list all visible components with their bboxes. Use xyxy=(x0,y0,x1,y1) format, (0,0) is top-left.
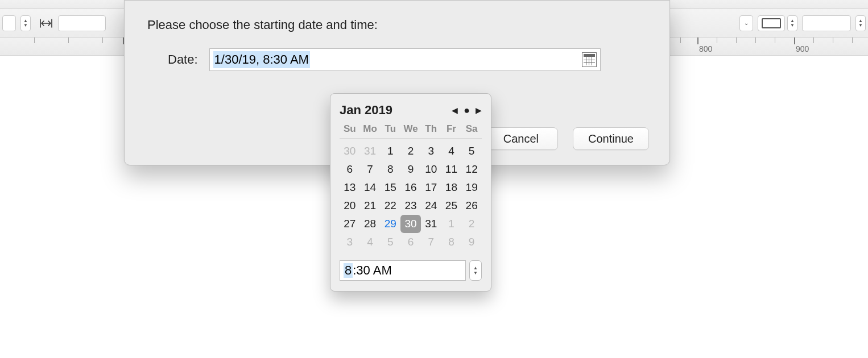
calendar-day[interactable]: 5 xyxy=(380,233,400,251)
time-input[interactable]: 8:30 AM xyxy=(340,260,466,281)
toolbar-stepper-right[interactable]: ▲▼ xyxy=(855,15,866,31)
calendar-month-title: Jan 2019 xyxy=(340,103,392,118)
calendar-day[interactable]: 30 xyxy=(340,142,360,160)
cancel-button[interactable]: Cancel xyxy=(484,127,558,150)
calendar-day[interactable]: 2 xyxy=(461,215,482,233)
calendar-day[interactable]: 15 xyxy=(380,178,400,197)
calendar-day[interactable]: 19 xyxy=(461,178,482,197)
calendar-day[interactable]: 9 xyxy=(400,160,421,178)
calendar-day[interactable]: 29 xyxy=(380,215,400,233)
calendar-today-icon[interactable]: ● xyxy=(464,106,470,114)
calendar-day[interactable]: 16 xyxy=(400,178,421,197)
time-hour-selected: 8 xyxy=(344,263,353,278)
calendar-day[interactable]: 27 xyxy=(340,215,360,233)
time-rest: :30 AM xyxy=(353,263,391,278)
calendar-day[interactable]: 1 xyxy=(441,215,462,233)
calendar-day[interactable]: 9 xyxy=(461,233,482,251)
calendar-day[interactable]: 7 xyxy=(421,233,441,251)
weekday-tu: Tu xyxy=(380,122,400,136)
calendar-day[interactable]: 12 xyxy=(461,160,482,178)
calendar-prev-icon[interactable]: ◀ xyxy=(452,106,458,115)
calendar-day[interactable]: 13 xyxy=(340,178,360,197)
calendar-day[interactable]: 14 xyxy=(360,178,381,197)
continue-button-label: Continue xyxy=(588,132,634,145)
calendar-day[interactable]: 10 xyxy=(421,160,441,178)
toolbar-stepper-left[interactable]: ▲▼ xyxy=(20,15,31,31)
calendar-day[interactable]: 8 xyxy=(380,160,400,178)
calendar-day[interactable]: 7 xyxy=(360,160,381,178)
weekday-su: Su xyxy=(340,122,360,136)
time-stepper[interactable]: ▲▼ xyxy=(469,260,482,281)
calendar-day[interactable]: 31 xyxy=(421,215,441,233)
app-background: ▲▼ ⌄ ▲▼ ▲▼ 200 800 xyxy=(0,0,868,358)
weekday-we: We xyxy=(400,122,421,136)
calendar-day[interactable]: 20 xyxy=(340,197,360,215)
toolbar-num-field-right[interactable] xyxy=(802,15,851,31)
calendar-next-icon[interactable]: ▶ xyxy=(476,106,482,115)
calendar-day[interactable]: 17 xyxy=(421,178,441,197)
toolbar-shape-stepper[interactable]: ▲▼ xyxy=(787,15,797,31)
calendar-day[interactable]: 1 xyxy=(380,142,400,160)
weekday-th: Th xyxy=(421,122,441,136)
calendar-day[interactable]: 3 xyxy=(421,142,441,160)
calendar-day[interactable]: 4 xyxy=(360,233,381,251)
weekday-sa: Sa xyxy=(461,122,482,136)
horizontal-resize-icon[interactable] xyxy=(39,16,53,31)
calendar-day[interactable]: 8 xyxy=(441,233,462,251)
weekday-mo: Mo xyxy=(360,122,381,136)
calendar-icon[interactable] xyxy=(582,52,597,67)
calendar-day[interactable]: 22 xyxy=(380,197,400,215)
calendar-day[interactable]: 2 xyxy=(400,142,421,160)
dialog-prompt: Please choose the starting date and time… xyxy=(147,18,649,32)
calendar-grid: 3031123456789101112131415161718192021222… xyxy=(340,142,482,251)
calendar-day[interactable]: 4 xyxy=(441,142,462,160)
toolbar-width-input[interactable] xyxy=(58,15,106,31)
date-input-value: 1/30/19, 8:30 AM xyxy=(213,51,310,68)
calendar-day[interactable]: 6 xyxy=(400,233,421,251)
date-label: Date: xyxy=(168,52,198,67)
calendar-day[interactable]: 5 xyxy=(461,142,482,160)
calendar-day[interactable]: 23 xyxy=(400,197,421,215)
calendar-weekday-header: Su Mo Tu We Th Fr Sa xyxy=(340,122,482,139)
date-input[interactable]: 1/30/19, 8:30 AM xyxy=(209,48,601,71)
toolbar-shape-field[interactable] xyxy=(758,15,785,31)
calendar-day[interactable]: 25 xyxy=(441,197,462,215)
calendar-day[interactable]: 30 xyxy=(400,215,421,233)
weekday-fr: Fr xyxy=(441,122,462,136)
toolbar-dropdown-right-1[interactable]: ⌄ xyxy=(739,15,753,31)
calendar-day[interactable]: 18 xyxy=(441,178,462,197)
toolbar-num-field-left[interactable] xyxy=(2,15,16,31)
calendar-day[interactable]: 6 xyxy=(340,160,360,178)
continue-button[interactable]: Continue xyxy=(573,127,649,150)
calendar-day[interactable]: 26 xyxy=(461,197,482,215)
cancel-button-label: Cancel xyxy=(503,132,539,145)
ruler-label-900: 900 xyxy=(796,44,809,53)
calendar-popover: Jan 2019 ◀ ● ▶ Su Mo Tu We Th Fr Sa 3031… xyxy=(330,93,491,292)
calendar-day[interactable]: 21 xyxy=(360,197,381,215)
calendar-day[interactable]: 31 xyxy=(360,142,381,160)
calendar-day[interactable]: 11 xyxy=(441,160,462,178)
calendar-day[interactable]: 24 xyxy=(421,197,441,215)
ruler-label-800: 800 xyxy=(699,44,712,53)
calendar-day[interactable]: 28 xyxy=(360,215,381,233)
rectangle-icon xyxy=(762,18,781,28)
calendar-day[interactable]: 3 xyxy=(340,233,360,251)
